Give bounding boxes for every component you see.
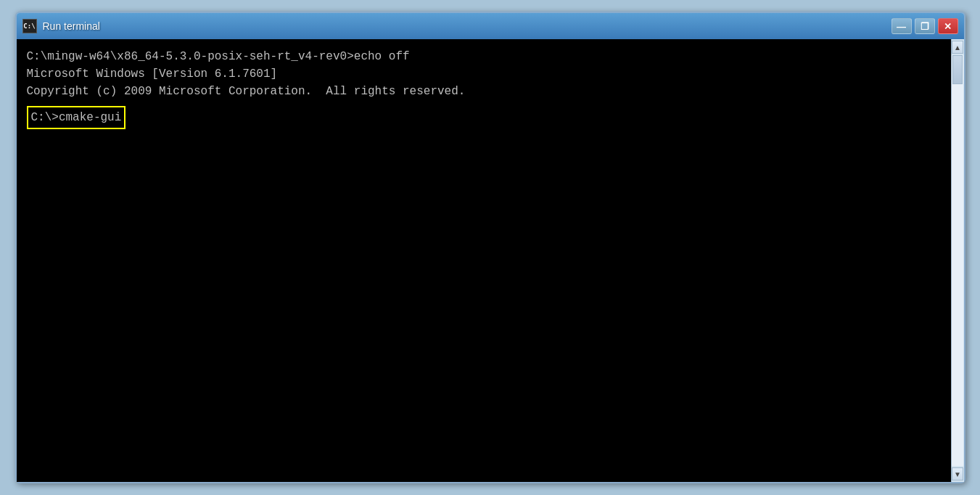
window-body: C:\mingw-w64\x86_64-5.3.0-posix-seh-rt_v…	[17, 39, 964, 482]
window-controls: — ❐ ✕	[892, 18, 958, 34]
scroll-track	[952, 55, 963, 466]
close-button[interactable]: ✕	[938, 18, 958, 34]
minimize-button[interactable]: —	[892, 18, 912, 34]
current-command-box: C:\>cmake-gui	[27, 106, 126, 129]
terminal-line-1: C:\mingw-w64\x86_64-5.3.0-posix-seh-rt_v…	[27, 48, 941, 65]
terminal-window: C:\ Run terminal — ❐ ✕ C:\mingw-w64\x86_…	[15, 12, 965, 483]
title-bar-left: C:\ Run terminal	[22, 19, 100, 33]
command-text: cmake-gui	[59, 111, 121, 124]
window-icon: C:\	[22, 19, 37, 33]
terminal-line-3: Copyright (c) 2009 Microsoft Corporation…	[27, 83, 941, 100]
terminal-area[interactable]: C:\mingw-w64\x86_64-5.3.0-posix-seh-rt_v…	[17, 39, 951, 482]
scroll-up-button[interactable]: ▲	[952, 41, 963, 54]
maximize-button[interactable]: ❐	[915, 18, 935, 34]
command-prompt: C:\>	[31, 111, 59, 124]
current-input-line: C:\>cmake-gui	[27, 105, 941, 129]
title-bar: C:\ Run terminal — ❐ ✕	[17, 13, 964, 39]
window-title: Run terminal	[43, 20, 100, 32]
scrollbar: ▲ ▼	[951, 39, 964, 482]
terminal-line-2: Microsoft Windows [Version 6.1.7601]	[27, 65, 941, 83]
scroll-down-button[interactable]: ▼	[952, 467, 963, 480]
scroll-thumb[interactable]	[952, 55, 963, 84]
